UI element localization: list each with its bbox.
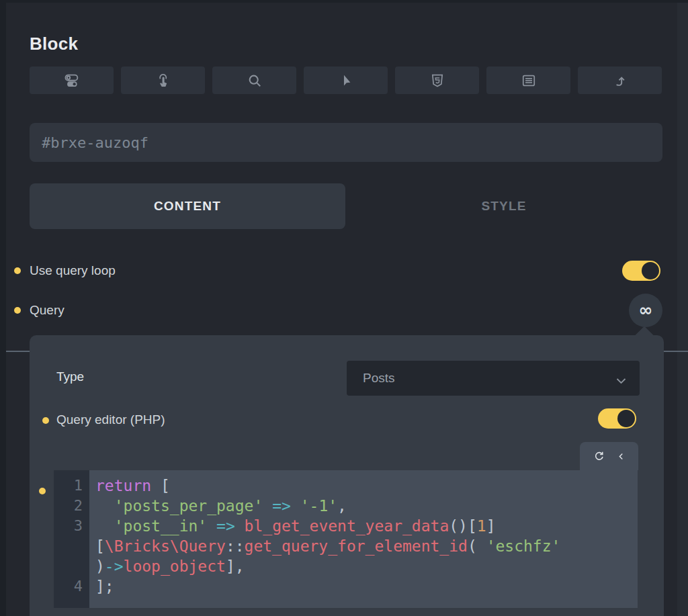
- code-row: 1return [: [54, 476, 638, 496]
- toggles-icon: [63, 72, 81, 89]
- modified-indicator-dot: [14, 267, 21, 274]
- interactions-button[interactable]: [121, 67, 205, 94]
- code-content: 1return [2 'posts_per_page' => '-1',3 'p…: [54, 476, 638, 597]
- code-row: )->loop_object],: [54, 556, 638, 576]
- chevron-down-icon: [616, 375, 626, 387]
- code-line: )->loop_object],: [89, 556, 245, 576]
- html-button[interactable]: [395, 67, 479, 94]
- element-id-input[interactable]: [30, 123, 662, 162]
- use-query-loop-toggle[interactable]: [622, 261, 660, 281]
- top-edge: [6, 0, 688, 3]
- element-actions-toolbar: [30, 67, 662, 94]
- query-popup-panel: Type Posts Query editor (PHP): [30, 335, 664, 616]
- hand-tap-icon: [155, 72, 172, 89]
- query-row: Query: [0, 301, 688, 321]
- query-type-select[interactable]: Posts: [347, 361, 640, 396]
- code-row: 2 'posts_per_page' => '-1',: [54, 496, 638, 516]
- modified-indicator-dot: [14, 307, 21, 314]
- chevron-left-icon[interactable]: [615, 451, 627, 462]
- tab-style[interactable]: STYLE: [345, 183, 662, 229]
- list-icon: [520, 72, 538, 89]
- code-row: 3 'post__in' => bl_get_event_year_data()…: [54, 516, 638, 536]
- page-title: Block: [30, 34, 78, 54]
- settings-tabs: CONTENT STYLE: [30, 183, 662, 229]
- element-settings-panel: Block: [0, 0, 688, 616]
- structure-list-button[interactable]: [486, 67, 570, 94]
- modified-indicator-dot: [42, 417, 49, 424]
- line-number: [54, 536, 89, 556]
- code-editor-toolbar: [580, 442, 638, 470]
- code-line: 'post__in' => bl_get_event_year_data()[1…: [89, 516, 496, 536]
- arrow-up-curve-icon: [611, 72, 629, 89]
- use-query-loop-row: Use query loop: [0, 261, 688, 281]
- select-element-button[interactable]: [304, 67, 388, 94]
- code-line: ];: [89, 576, 114, 597]
- code-line: 'posts_per_page' => '-1',: [89, 496, 347, 516]
- line-number: 1: [54, 476, 89, 496]
- html5-icon: [429, 72, 446, 89]
- line-number: [54, 556, 89, 576]
- refresh-icon[interactable]: [592, 449, 606, 464]
- line-number: 3: [54, 516, 89, 536]
- use-query-loop-label: Use query loop: [30, 263, 116, 278]
- query-editor-toggle[interactable]: [598, 408, 636, 429]
- code-line: [\Bricks\Query::get_query_for_element_id…: [89, 536, 560, 556]
- toggle-knob: [617, 410, 635, 427]
- export-button[interactable]: [578, 67, 662, 94]
- code-line: return [: [89, 476, 170, 496]
- code-row: 4];: [54, 576, 638, 597]
- settings-toggles-button[interactable]: [30, 67, 114, 94]
- type-label: Type: [56, 369, 84, 384]
- php-code-editor[interactable]: 1return [2 'posts_per_page' => '-1',3 'p…: [54, 470, 638, 608]
- search-button[interactable]: [212, 67, 296, 94]
- line-number: 4: [54, 576, 89, 597]
- tab-content[interactable]: CONTENT: [30, 183, 345, 229]
- modified-indicator-dot: [39, 488, 46, 494]
- infinity-icon[interactable]: ∞: [629, 294, 662, 327]
- cursor-icon: [337, 72, 355, 89]
- line-number: 2: [54, 496, 89, 516]
- query-type-value: Posts: [363, 361, 395, 396]
- search-icon: [246, 72, 263, 89]
- query-editor-label: Query editor (PHP): [56, 412, 165, 427]
- query-label: Query: [30, 303, 64, 318]
- toggle-knob: [642, 262, 659, 279]
- code-row: [\Bricks\Query::get_query_for_element_id…: [54, 536, 638, 556]
